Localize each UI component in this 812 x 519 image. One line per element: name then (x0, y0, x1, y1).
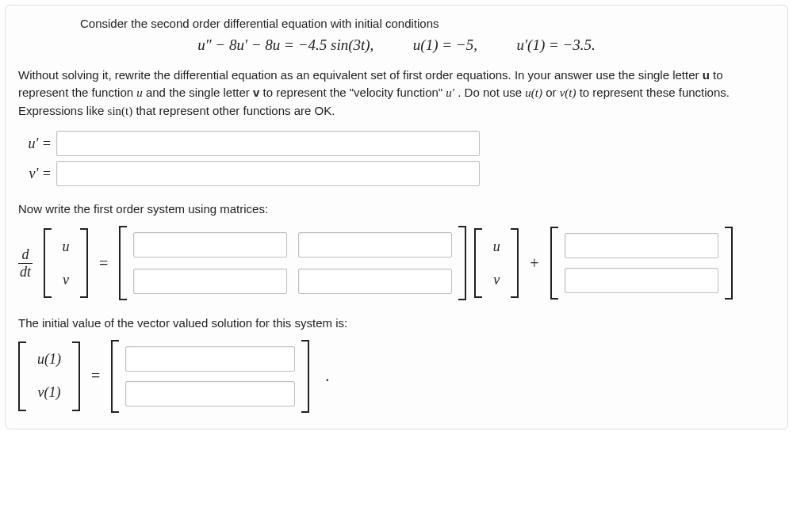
state-vector-right: u v (474, 228, 519, 298)
initial-vector-labels: u(1) v(1) (18, 342, 80, 411)
label-v1: v(1) (33, 381, 66, 405)
forcing-f2-input[interactable] (565, 268, 718, 293)
matrix-A21-input[interactable] (133, 269, 287, 294)
matrix-A12-input[interactable] (298, 232, 452, 258)
matrix-A11-input[interactable] (133, 232, 287, 258)
initial-v-input[interactable] (125, 381, 295, 406)
instr-sint: sin(t) (108, 105, 133, 117)
instr-p5: . Do not use (454, 86, 525, 99)
equation-line: u″ − 8u′ − 8u = −4.5 sin(3t), u(1) = −5,… (18, 36, 775, 54)
label-u1: u(1) (33, 348, 66, 372)
initial-value-equation: u(1) v(1) = . (18, 340, 775, 413)
equals-1: = (96, 254, 111, 273)
problem-panel: Consider the second order differential e… (5, 5, 788, 429)
ode: u″ − 8u′ − 8u = −4.5 sin(3t), (197, 36, 373, 53)
intro-text: Consider the second order differential e… (80, 17, 775, 30)
matrix-equation: d dt u v = u v (18, 226, 775, 300)
forcing-vector (550, 227, 733, 300)
period: . (317, 367, 329, 385)
state-v: v (58, 268, 74, 292)
instr-u-math: u (136, 86, 143, 99)
forcing-f1-input[interactable] (565, 233, 718, 258)
equals-2: = (88, 367, 103, 385)
uprime-input[interactable] (56, 131, 480, 156)
state-u-2: u (488, 235, 504, 258)
uprime-label: u′ = (18, 135, 56, 152)
instr-p1: Without solving it, rewrite the differen… (18, 68, 703, 82)
state-v-2: v (488, 268, 504, 292)
ic2: u′(1) = −3.5. (516, 36, 595, 53)
instr-p6: or (542, 86, 560, 99)
ddt-num: d (18, 246, 33, 264)
initial-vector-inputs (111, 340, 309, 413)
vprime-input[interactable] (56, 161, 480, 186)
instr-p8: that represent other functions are OK. (132, 104, 335, 117)
instr-p4: to represent the "velocity function" (259, 86, 446, 99)
plus-sign: + (527, 254, 542, 273)
instructions: Without solving it, rewrite the differen… (18, 67, 775, 120)
instr-vt: v(t) (560, 86, 576, 99)
state-vector-left: u v (44, 228, 88, 298)
section-initial: The initial value of the vector valued s… (18, 315, 775, 332)
instr-u-bold: u (703, 68, 710, 82)
ic1: u(1) = −5, (413, 36, 477, 53)
ddt-den: dt (18, 264, 33, 280)
matrix-A (119, 226, 466, 300)
instr-p3: and the single letter (143, 86, 253, 99)
instr-ut: u(t) (525, 86, 542, 99)
state-u: u (58, 235, 74, 258)
section-matrices: Now write the first order system using m… (18, 200, 775, 218)
matrix-A22-input[interactable] (298, 269, 452, 294)
initial-u-input[interactable] (125, 346, 295, 372)
vprime-label: v′ = (18, 166, 56, 182)
instr-uprime: u′ (446, 86, 454, 99)
ddt: d dt (18, 246, 33, 280)
